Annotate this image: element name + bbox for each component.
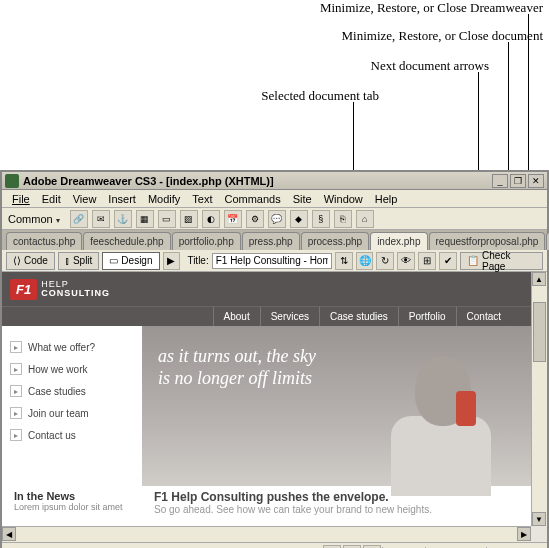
insert-table-icon[interactable]: ▦: [136, 210, 154, 228]
nav-case-studies[interactable]: Case studies: [319, 307, 398, 326]
visual-aids-icon[interactable]: ⊞: [418, 252, 436, 270]
nav-services[interactable]: Services: [260, 307, 319, 326]
tab-process[interactable]: process.php: [301, 232, 369, 250]
menu-window[interactable]: Window: [318, 191, 369, 207]
sidebar-case-studies[interactable]: ▸Case studies: [10, 380, 134, 402]
insert-server-icon[interactable]: ⚙: [246, 210, 264, 228]
scroll-left-icon[interactable]: ◀: [2, 527, 16, 541]
arrow-icon: ▸: [10, 341, 22, 353]
menu-edit[interactable]: Edit: [36, 191, 67, 207]
check-page-button[interactable]: 📋Check Page: [460, 252, 543, 270]
tab-press[interactable]: press.php: [242, 232, 300, 250]
news-subtext: Lorem ipsum dolor sit amet: [14, 502, 130, 512]
zoom-tool-icon[interactable]: 🔍: [363, 545, 381, 549]
nav-contact[interactable]: Contact: [456, 307, 511, 326]
hero-image: [371, 336, 521, 486]
insert-email-icon[interactable]: ✉: [92, 210, 110, 228]
news-section: In the News Lorem ipsum dolor sit amet: [2, 486, 142, 519]
scroll-down-icon[interactable]: ▼: [532, 512, 546, 526]
tab-portfolio[interactable]: portfolio.php: [172, 232, 241, 250]
tab-requestforproposal[interactable]: requestforproposal.php: [429, 232, 546, 250]
menu-commands[interactable]: Commands: [218, 191, 286, 207]
insert-hyperlink-icon[interactable]: 🔗: [70, 210, 88, 228]
arrow-icon: ▸: [10, 385, 22, 397]
titlebar: Adobe Dreamweaver CS3 - [index.php (XHTM…: [2, 172, 547, 190]
app-minimize-button[interactable]: _: [492, 174, 508, 188]
menu-modify[interactable]: Modify: [142, 191, 186, 207]
arrow-icon: ▸: [10, 407, 22, 419]
insert-toolbar: Common ▾ 🔗 ✉ ⚓ ▦ ▭ ▨ ◐ 📅 ⚙ 💬 ◆ § ⎘ ⌂: [2, 208, 547, 230]
sidebar-join-our-team[interactable]: ▸Join our team: [10, 402, 134, 424]
live-view-icon[interactable]: ▶: [163, 252, 181, 270]
sidebar-contact-us[interactable]: ▸Contact us: [10, 424, 134, 446]
horizontal-scrollbar[interactable]: ◀ ▶: [2, 526, 531, 542]
design-view-button[interactable]: ▭Design: [102, 252, 159, 270]
code-view-button[interactable]: ⟨⟩Code: [6, 252, 55, 270]
nav-portfolio[interactable]: Portfolio: [398, 307, 456, 326]
title-label: Title:: [187, 255, 208, 266]
refresh-icon[interactable]: ↻: [376, 252, 394, 270]
insert-image-icon[interactable]: ▨: [180, 210, 198, 228]
scroll-thumb[interactable]: [533, 302, 546, 362]
logo-consulting-text: CONSULTING: [41, 289, 110, 298]
logo: F1 HELP CONSULTING: [10, 279, 110, 300]
insert-tag-icon[interactable]: ⌂: [356, 210, 374, 228]
split-view-button[interactable]: ⫿Split: [58, 252, 99, 270]
menu-insert[interactable]: Insert: [102, 191, 142, 207]
app-icon: [5, 174, 19, 188]
sidebar-how-we-work[interactable]: ▸How we work: [10, 358, 134, 380]
preview-icon[interactable]: 🌐: [356, 252, 374, 270]
insert-category-label[interactable]: Common ▾: [8, 213, 60, 225]
tagline-subtext: So go ahead. See how we can take your br…: [154, 504, 519, 515]
title-input[interactable]: [212, 253, 332, 269]
hand-tool-icon[interactable]: ✋: [343, 545, 361, 549]
document-tab-bar: contactus.php feeschedule.php portfolio.…: [2, 230, 547, 250]
news-heading: In the News: [14, 490, 130, 502]
menu-file[interactable]: File: [6, 191, 36, 207]
menu-site[interactable]: Site: [287, 191, 318, 207]
menubar: File Edit View Insert Modify Text Comman…: [2, 190, 547, 208]
app-restore-button[interactable]: ❐: [510, 174, 526, 188]
scroll-up-icon[interactable]: ▲: [532, 272, 546, 286]
insert-head-icon[interactable]: ◆: [290, 210, 308, 228]
check-icon: 📋: [467, 255, 479, 266]
hero-banner: as it turns out, the sky is no longer of…: [142, 326, 531, 486]
app-close-button[interactable]: ✕: [528, 174, 544, 188]
status-bar: <div#globalContainer> <div#innerContaine…: [2, 542, 547, 548]
view-options-icon[interactable]: 👁: [397, 252, 415, 270]
arrow-icon: ▸: [10, 363, 22, 375]
hero-text: as it turns out, the sky is no longer of…: [158, 346, 338, 389]
annotation-selected-tab: Selected document tab: [261, 88, 379, 104]
insert-templates-icon[interactable]: ⎘: [334, 210, 352, 228]
split-icon: ⫿: [65, 255, 70, 266]
tab-contactus[interactable]: contactus.php: [6, 232, 82, 250]
logo-badge: F1: [10, 279, 37, 300]
insert-script-icon[interactable]: §: [312, 210, 330, 228]
menu-text[interactable]: Text: [186, 191, 218, 207]
annotation-next-arrows: Next document arrows: [371, 58, 489, 74]
nav-about[interactable]: About: [213, 307, 260, 326]
insert-anchor-icon[interactable]: ⚓: [114, 210, 132, 228]
document-canvas: F1 HELP CONSULTING About Services Case s…: [2, 272, 547, 542]
insert-div-icon[interactable]: ▭: [158, 210, 176, 228]
select-tool-icon[interactable]: ↖: [323, 545, 341, 549]
annotation-doc-controls: Minimize, Restore, or Close document: [342, 28, 543, 44]
menu-help[interactable]: Help: [369, 191, 404, 207]
insert-media-icon[interactable]: ◐: [202, 210, 220, 228]
app-window: Adobe Dreamweaver CS3 - [index.php (XHTM…: [0, 170, 549, 548]
code-icon: ⟨⟩: [13, 255, 21, 266]
tab-feeschedule[interactable]: feeschedule.php: [83, 232, 170, 250]
tab-index[interactable]: index.php: [370, 232, 427, 250]
file-mgmt-icon[interactable]: ⇅: [335, 252, 353, 270]
menu-view[interactable]: View: [67, 191, 103, 207]
scroll-right-icon[interactable]: ▶: [517, 527, 531, 541]
insert-comment-icon[interactable]: 💬: [268, 210, 286, 228]
validate-icon[interactable]: ✔: [439, 252, 457, 270]
annotation-app-controls: Minimize, Restore, or Close Dreamweaver: [320, 0, 543, 16]
design-icon: ▭: [109, 255, 118, 266]
arrow-icon: ▸: [10, 429, 22, 441]
insert-date-icon[interactable]: 📅: [224, 210, 242, 228]
vertical-scrollbar[interactable]: ▲ ▼: [531, 272, 547, 526]
sidebar-what-we-offer[interactable]: ▸What we offer?: [10, 336, 134, 358]
nav-bar: About Services Case studies Portfolio Co…: [2, 306, 531, 326]
